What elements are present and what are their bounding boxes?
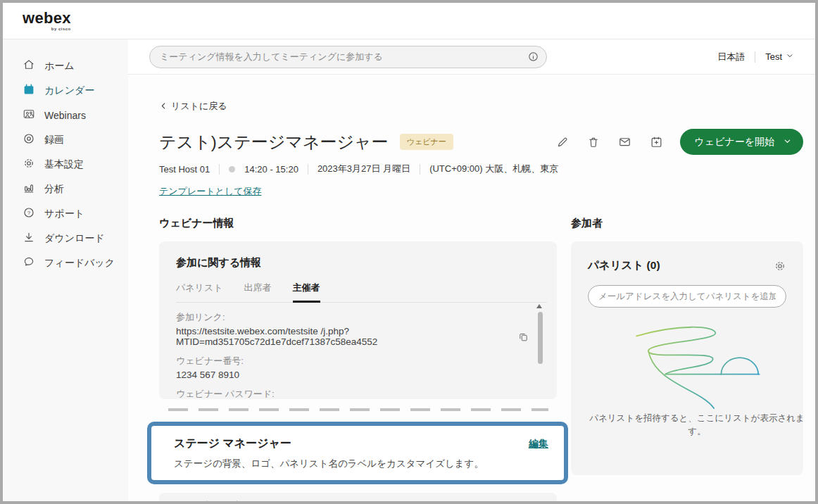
webex-logo-subtext: by cisco bbox=[23, 27, 71, 31]
save-as-template-link[interactable]: テンプレートとして保存 bbox=[159, 185, 261, 198]
settings-icon bbox=[23, 157, 35, 172]
stage-manager-title: ステージ マネージャー bbox=[174, 436, 291, 451]
survey-card-title: ウェビナー後のアンケート bbox=[176, 500, 305, 501]
sidebar-item-label: 録画 bbox=[44, 134, 64, 146]
content-area: リストに戻る テスト)ステージマネージャー ウェビナー ウェビナーを開始 bbox=[128, 75, 815, 501]
sidebar-item-calendar[interactable]: カレンダー bbox=[3, 78, 128, 103]
empty-panelist-illustration bbox=[605, 317, 769, 410]
sidebar-item-label: カレンダー bbox=[44, 84, 94, 97]
stage-manager-card: ステージ マネージャー 編集 ステージの背景、ロゴ、パネリスト名のラベルをカスタ… bbox=[147, 422, 568, 484]
webinar-number-label: ウェビナー番号: bbox=[176, 355, 529, 367]
sidebar-item-label: ホーム bbox=[44, 60, 75, 73]
sidebar-item-webinars[interactable]: Webinars bbox=[3, 103, 128, 127]
participants-section-title: 参加者 bbox=[571, 217, 803, 230]
add-panelist-input[interactable] bbox=[598, 291, 776, 301]
join-link-label: 参加リンク: bbox=[176, 311, 529, 324]
sidebar-item-feedback[interactable]: フィードバック bbox=[3, 251, 128, 275]
join-meeting-input[interactable] bbox=[160, 51, 527, 62]
mail-icon[interactable] bbox=[618, 135, 631, 149]
topbar: 日本語 Test bbox=[128, 39, 815, 75]
webinar-meta: Test Host 01 14:20 - 15:20 2023年3月27日 月曜… bbox=[159, 163, 803, 175]
host-name: Test Host 01 bbox=[159, 164, 210, 175]
download-icon bbox=[23, 231, 35, 246]
meta-divider bbox=[308, 164, 308, 175]
start-webinar-label: ウェビナーを開始 bbox=[694, 136, 774, 149]
sidebar-item-label: Webinars bbox=[44, 110, 86, 121]
post-webinar-survey-card: ウェビナー後のアンケート 追加 bbox=[159, 493, 557, 501]
recording-icon bbox=[23, 132, 35, 147]
info-icon[interactable] bbox=[527, 51, 539, 63]
copy-icon[interactable] bbox=[518, 332, 529, 342]
scrollbar-up-arrow[interactable] bbox=[536, 304, 542, 308]
webinar-info-section-title: ウェビナー情報 bbox=[159, 217, 557, 230]
analytics-icon bbox=[23, 182, 35, 196]
scrollbar-thumb[interactable] bbox=[538, 312, 543, 364]
webex-logo: webex by cisco bbox=[23, 11, 71, 31]
webinar-number-value: 1234 567 8910 bbox=[176, 370, 529, 380]
webinar-password-label: ウェビナー パスワード: bbox=[176, 388, 529, 398]
chevron-left-icon bbox=[159, 101, 168, 113]
gear-icon[interactable] bbox=[774, 260, 786, 272]
support-icon: ? bbox=[23, 206, 35, 221]
sidebar-item-downloads[interactable]: ダウンロード bbox=[3, 226, 128, 251]
sidebar-item-label: フィードバック bbox=[44, 257, 115, 270]
webex-logo-text: webex bbox=[23, 11, 71, 26]
app-header: webex by cisco bbox=[3, 3, 815, 39]
language-selector[interactable]: 日本語 bbox=[717, 51, 745, 63]
sidebar: ホーム カレンダー Webinars 録画 基本設定 分析 bbox=[3, 39, 128, 501]
tab-panelist[interactable]: パネリスト bbox=[176, 282, 223, 302]
survey-add-link[interactable]: 追加 bbox=[522, 500, 540, 502]
webinar-time: 14:20 - 15:20 bbox=[244, 164, 298, 175]
webinar-badge: ウェビナー bbox=[400, 134, 453, 150]
calendar-icon bbox=[23, 83, 35, 98]
edit-icon[interactable] bbox=[556, 136, 569, 149]
sidebar-item-support[interactable]: ? サポート bbox=[3, 201, 128, 226]
panelist-card-title: パネリスト (0) bbox=[588, 258, 660, 273]
webex-window: webex by cisco ホーム カレンダー Webinars 録画 bbox=[0, 0, 818, 504]
join-link-value: https://testsite.webex.com/testsite /j.p… bbox=[176, 326, 514, 347]
dashed-separator bbox=[168, 408, 548, 411]
join-info-scroll-area: 参加リンク: https://testsite.webex.com/testsi… bbox=[176, 303, 547, 398]
sidebar-item-home[interactable]: ホーム bbox=[3, 53, 128, 78]
meta-divider bbox=[219, 164, 220, 175]
sidebar-item-recordings[interactable]: 録画 bbox=[3, 127, 128, 152]
chevron-down-icon bbox=[786, 51, 794, 62]
stage-manager-edit-link[interactable]: 編集 bbox=[529, 438, 548, 451]
back-to-list-label: リストに戻る bbox=[171, 100, 227, 113]
join-info-tabs: パネリスト 出席者 主催者 bbox=[176, 282, 547, 303]
join-meeting-search[interactable] bbox=[149, 46, 547, 68]
add-panelist-field[interactable] bbox=[588, 285, 786, 308]
user-menu[interactable]: Test bbox=[765, 51, 794, 62]
page-title: テスト)ステージマネージャー bbox=[159, 131, 389, 153]
chevron-down-icon bbox=[783, 137, 792, 148]
sidebar-item-label: 分析 bbox=[44, 183, 64, 196]
panelist-card: パネリスト (0) bbox=[571, 241, 803, 475]
tab-host[interactable]: 主催者 bbox=[293, 282, 320, 303]
delete-icon[interactable] bbox=[587, 136, 600, 149]
join-info-card: 参加に関する情報 パネリスト 出席者 主催者 参加リンク: https://te… bbox=[159, 241, 557, 399]
webinars-icon bbox=[23, 108, 35, 122]
add-to-calendar-icon[interactable] bbox=[650, 135, 663, 149]
empty-panelist-message: パネリストを招待すると、ここにリストが表示されます。 bbox=[588, 412, 806, 439]
sidebar-item-preferences[interactable]: 基本設定 bbox=[3, 152, 128, 177]
sidebar-item-analytics[interactable]: 分析 bbox=[3, 177, 128, 201]
feedback-icon bbox=[23, 256, 35, 270]
meta-divider bbox=[420, 164, 420, 175]
tab-attendee[interactable]: 出席者 bbox=[244, 282, 272, 302]
sidebar-item-label: ダウンロード bbox=[44, 232, 105, 245]
start-webinar-button[interactable]: ウェビナーを開始 bbox=[680, 129, 803, 155]
svg-text:?: ? bbox=[27, 210, 31, 216]
home-icon bbox=[23, 58, 35, 73]
webinar-timezone: (UTC+09:00) 大阪、札幌、東京 bbox=[429, 163, 558, 175]
status-dot bbox=[229, 166, 235, 172]
sidebar-item-label: 基本設定 bbox=[44, 158, 84, 171]
join-info-card-title: 参加に関する情報 bbox=[176, 256, 547, 270]
back-to-list-link[interactable]: リストに戻る bbox=[159, 100, 227, 113]
sidebar-item-label: サポート bbox=[44, 208, 84, 220]
webinar-date: 2023年3月27日 月曜日 bbox=[317, 163, 410, 175]
stage-manager-description: ステージの背景、ロゴ、パネリスト名のラベルをカスタマイズします。 bbox=[174, 458, 548, 470]
topbar-divider bbox=[755, 51, 755, 63]
user-menu-label: Test bbox=[765, 51, 782, 62]
